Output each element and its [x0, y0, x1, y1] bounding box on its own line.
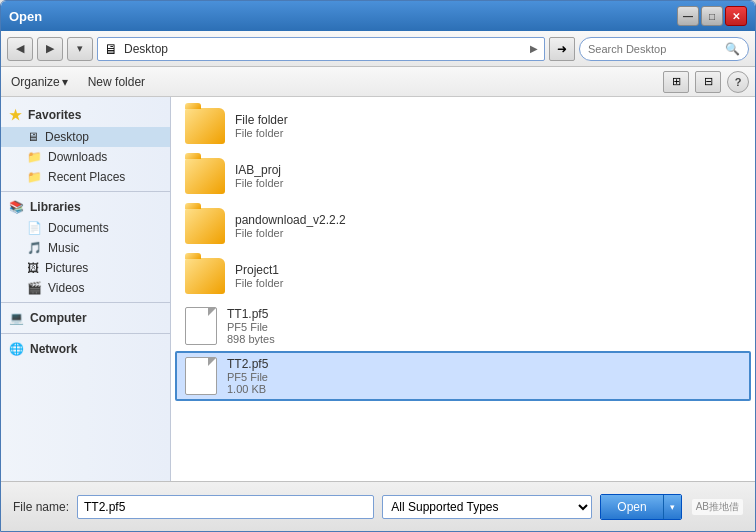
file-item[interactable]: TT2.pf5PF5 File1.00 KB — [175, 351, 751, 401]
computer-section: 💻 Computer — [1, 307, 170, 329]
search-input[interactable] — [588, 43, 721, 55]
file-name: IAB_proj — [235, 163, 741, 177]
watermark-text: AB推地借 — [692, 499, 743, 515]
computer-icon: 💻 — [9, 311, 24, 325]
maximize-button[interactable]: □ — [701, 6, 723, 26]
documents-icon: 📄 — [27, 221, 42, 235]
file-size: 898 bytes — [227, 333, 741, 345]
open-button-group: Open ▾ — [600, 494, 681, 520]
file-info: File folderFile folder — [235, 113, 741, 139]
file-item[interactable]: TT1.pf5PF5 File898 bytes — [175, 301, 751, 351]
address-arrow: ▶ — [530, 43, 538, 54]
sidebar-item-videos[interactable]: 🎬 Videos — [1, 278, 170, 298]
sidebar-item-recent-places[interactable]: 📁 Recent Places — [1, 167, 170, 187]
forward-button[interactable]: ▶ — [37, 37, 63, 61]
file-type: File folder — [235, 127, 741, 139]
view-list-button[interactable]: ⊟ — [695, 71, 721, 93]
file-type: PF5 File — [227, 371, 741, 383]
folder-icon — [185, 108, 225, 144]
folder-icon — [185, 208, 225, 244]
file-list: File folderFile folderIAB_projFile folde… — [175, 101, 751, 401]
sidebar-divider-2 — [1, 302, 170, 303]
sidebar-item-downloads[interactable]: 📁 Downloads — [1, 147, 170, 167]
open-button[interactable]: Open — [601, 495, 662, 519]
file-doc-icon — [185, 357, 217, 395]
libraries-icon: 📚 — [9, 200, 24, 214]
network-icon: 🌐 — [9, 342, 24, 356]
file-type: File folder — [235, 227, 741, 239]
file-doc-icon — [185, 307, 217, 345]
file-type: File folder — [235, 277, 741, 289]
close-button[interactable]: ✕ — [725, 6, 747, 26]
recent-icon: 📁 — [27, 170, 42, 184]
file-name: Project1 — [235, 263, 741, 277]
favorites-section: ★ Favorites 🖥 Desktop 📁 Downloads 📁 Rece… — [1, 103, 170, 187]
file-name: TT2.pf5 — [227, 357, 741, 371]
videos-icon: 🎬 — [27, 281, 42, 295]
file-list-container[interactable]: File folderFile folderIAB_projFile folde… — [171, 97, 755, 481]
libraries-section: 📚 Libraries 📄 Documents 🎵 Music 🖼 Pictur… — [1, 196, 170, 298]
desktop-icon: 🖥 — [27, 130, 39, 144]
file-info: TT1.pf5PF5 File898 bytes — [227, 307, 741, 345]
address-text: Desktop — [124, 42, 524, 56]
file-item[interactable]: pandownload_v2.2.2File folder — [175, 201, 751, 251]
libraries-header[interactable]: 📚 Libraries — [1, 196, 170, 218]
view-toggle-button[interactable]: ⊞ — [663, 71, 689, 93]
back-button[interactable]: ◀ — [7, 37, 33, 61]
help-button[interactable]: ? — [727, 71, 749, 93]
sidebar: ★ Favorites 🖥 Desktop 📁 Downloads 📁 Rece… — [1, 97, 171, 481]
file-name: TT1.pf5 — [227, 307, 741, 321]
menu-right: ⊞ ⊟ ? — [663, 71, 749, 93]
favorites-star-icon: ★ — [9, 107, 22, 123]
filename-input[interactable] — [77, 495, 374, 519]
filename-label: File name: — [13, 500, 69, 514]
minimize-button[interactable]: — — [677, 6, 699, 26]
bottom-bar: File name: All Supported Types Open ▾ AB… — [1, 481, 755, 531]
sidebar-item-music[interactable]: 🎵 Music — [1, 238, 170, 258]
folder-icon — [185, 158, 225, 194]
search-icon: 🔍 — [725, 42, 740, 56]
folder-icon — [185, 258, 225, 294]
file-type: File folder — [235, 177, 741, 189]
title-bar: Open — □ ✕ — [1, 1, 755, 31]
pictures-icon: 🖼 — [27, 261, 39, 275]
toolbar: ◀ ▶ ▾ 🖥 Desktop ▶ ➜ 🔍 — [1, 31, 755, 67]
address-go-button[interactable]: ➜ — [549, 37, 575, 61]
organize-menu[interactable]: Organize ▾ — [7, 73, 72, 91]
main-content: ★ Favorites 🖥 Desktop 📁 Downloads 📁 Rece… — [1, 97, 755, 481]
menu-bar: Organize ▾ New folder ⊞ ⊟ ? — [1, 67, 755, 97]
file-info: Project1File folder — [235, 263, 741, 289]
window-title: Open — [9, 9, 42, 24]
address-bar[interactable]: 🖥 Desktop ▶ — [97, 37, 545, 61]
favorites-header[interactable]: ★ Favorites — [1, 103, 170, 127]
file-name: pandownload_v2.2.2 — [235, 213, 741, 227]
search-bar[interactable]: 🔍 — [579, 37, 749, 61]
menu-left: Organize ▾ New folder — [7, 73, 149, 91]
file-type: PF5 File — [227, 321, 741, 333]
file-item[interactable]: Project1File folder — [175, 251, 751, 301]
network-section: 🌐 Network — [1, 338, 170, 360]
file-info: TT2.pf5PF5 File1.00 KB — [227, 357, 741, 395]
sidebar-divider-3 — [1, 333, 170, 334]
file-info: pandownload_v2.2.2File folder — [235, 213, 741, 239]
network-header[interactable]: 🌐 Network — [1, 338, 170, 360]
recent-button[interactable]: ▾ — [67, 37, 93, 61]
downloads-icon: 📁 — [27, 150, 42, 164]
sidebar-item-documents[interactable]: 📄 Documents — [1, 218, 170, 238]
file-item[interactable]: IAB_projFile folder — [175, 151, 751, 201]
file-name: File folder — [235, 113, 741, 127]
file-size: 1.00 KB — [227, 383, 741, 395]
filetype-select[interactable]: All Supported Types — [382, 495, 592, 519]
new-folder-button[interactable]: New folder — [84, 73, 149, 91]
open-dropdown-arrow[interactable]: ▾ — [663, 495, 681, 519]
file-item[interactable]: File folderFile folder — [175, 101, 751, 151]
title-bar-buttons: — □ ✕ — [677, 6, 747, 26]
sidebar-item-pictures[interactable]: 🖼 Pictures — [1, 258, 170, 278]
music-icon: 🎵 — [27, 241, 42, 255]
address-icon: 🖥 — [104, 41, 118, 57]
computer-header[interactable]: 💻 Computer — [1, 307, 170, 329]
sidebar-item-desktop[interactable]: 🖥 Desktop — [1, 127, 170, 147]
sidebar-divider-1 — [1, 191, 170, 192]
file-info: IAB_projFile folder — [235, 163, 741, 189]
